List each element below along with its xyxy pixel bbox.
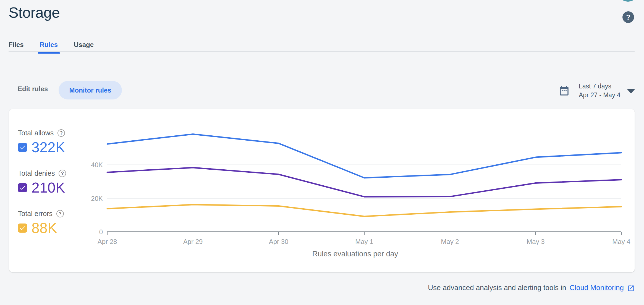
legend-total-errors: Total errors ? 88K (18, 210, 64, 235)
storage-page: Storage ? Files Rules Usage Edit rules M… (0, 0, 644, 305)
svg-text:20K: 20K (91, 195, 103, 202)
legend-label: Total denies (18, 169, 55, 177)
cloud-monitoring-footer: Use advanced analysis and alerting tools… (428, 283, 635, 292)
help-icon[interactable]: ? (57, 129, 65, 137)
check-icon (19, 184, 26, 191)
cloud-monitoring-link[interactable]: Cloud Monitoring (569, 283, 624, 292)
monitor-rules-button[interactable]: Monitor rules (59, 81, 122, 99)
series-checkbox-denies[interactable] (18, 183, 27, 192)
svg-text:40K: 40K (91, 161, 103, 169)
page-title: Storage (9, 4, 60, 21)
svg-text:May 1: May 1 (355, 238, 373, 245)
series-checkbox-errors[interactable] (18, 224, 27, 233)
svg-text:Apr 30: Apr 30 (269, 238, 289, 245)
check-icon (19, 144, 26, 151)
help-button[interactable]: ? (622, 11, 634, 23)
rules-evaluations-chart: 020K40KApr 28Apr 29Apr 30May 1May 2May 3… (64, 122, 631, 251)
svg-text:May 4: May 4 (612, 238, 630, 245)
svg-text:Apr 29: Apr 29 (183, 238, 203, 245)
svg-text:May 2: May 2 (441, 238, 459, 245)
account-avatar[interactable] (618, 0, 638, 2)
legend-total-denies: Total denies ? 210K (18, 169, 66, 195)
legend-value: 210K (32, 180, 65, 195)
legend-label: Total errors (18, 210, 53, 218)
chevron-down-icon (627, 89, 635, 93)
check-icon (19, 225, 26, 232)
edit-rules-button[interactable]: Edit rules (18, 85, 48, 93)
svg-text:0: 0 (99, 228, 103, 236)
date-range-text: Last 7 days Apr 27 - May 4 (579, 82, 621, 99)
date-range-preset: Last 7 days (579, 82, 621, 91)
tabs-divider (9, 51, 635, 52)
svg-text:May 3: May 3 (527, 238, 544, 245)
date-range-selector[interactable]: Last 7 days Apr 27 - May 4 (558, 81, 637, 100)
legend-value: 322K (32, 140, 65, 154)
footer-text: Use advanced analysis and alerting tools… (428, 283, 566, 292)
legend-value: 88K (32, 221, 57, 235)
legend-total-allows: Total allows ? 322K (18, 129, 65, 154)
svg-text:Apr 28: Apr 28 (98, 238, 117, 245)
date-range-dates: Apr 27 - May 4 (579, 91, 621, 99)
chart-title: Rules evaluations per day (98, 250, 612, 258)
calendar-icon (558, 85, 570, 96)
external-link-icon[interactable] (627, 285, 635, 292)
help-icon[interactable]: ? (56, 210, 64, 217)
legend-label: Total allows (18, 129, 54, 137)
question-mark-icon: ? (626, 13, 630, 22)
series-checkbox-allows[interactable] (18, 143, 27, 152)
monitor-rules-card: Total allows ? 322K Total denies ? 210K (9, 109, 635, 272)
